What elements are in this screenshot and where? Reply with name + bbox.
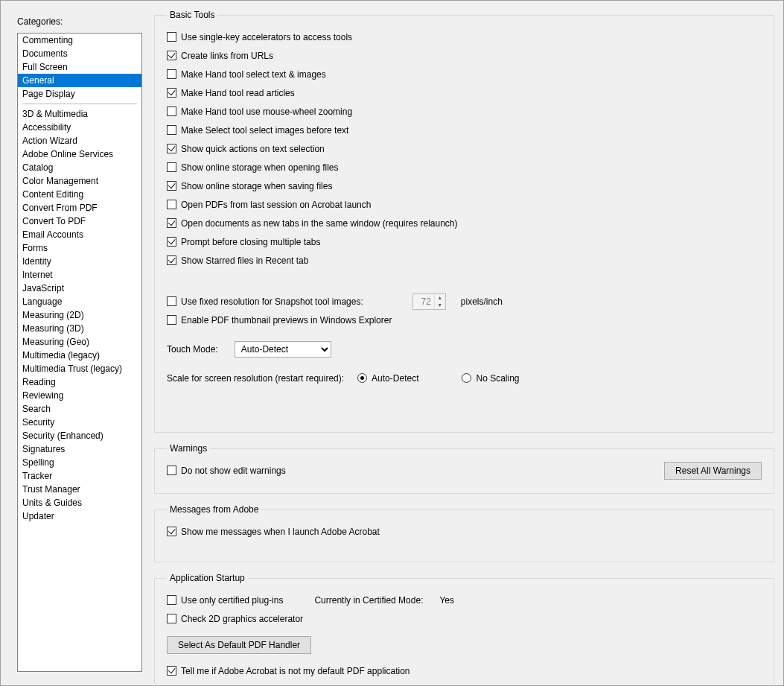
- spinner-up-icon[interactable]: ▲: [435, 294, 445, 302]
- categories-label: Categories:: [17, 16, 63, 27]
- category-item[interactable]: Multimedia Trust (legacy): [18, 362, 141, 375]
- touch-mode-combo[interactable]: Auto-DetectAlwaysNever: [235, 341, 331, 358]
- category-item[interactable]: Adobe Online Services: [18, 147, 141, 161]
- save-storage-label: Show online storage when saving files: [181, 181, 332, 191]
- last-session-checkbox[interactable]: Open PDFs from last session on Acrobat l…: [167, 200, 371, 210]
- touch-mode-label: Touch Mode:: [167, 344, 218, 355]
- certified-mode-label: Currently in Certified Mode:: [314, 595, 423, 606]
- category-item[interactable]: Updater: [18, 509, 141, 523]
- scale-auto-label: Auto-Detect: [372, 373, 418, 384]
- snapshot-resolution-checkbox[interactable]: Use fixed resolution for Snapshot tool i…: [167, 296, 363, 307]
- single-key-checkbox[interactable]: Use single-key accelerators to access to…: [167, 32, 352, 42]
- category-item[interactable]: Email Accounts: [18, 228, 141, 241]
- starred-label: Show Starred files in Recent tab: [181, 255, 308, 266]
- category-item[interactable]: Multimedia (legacy): [18, 349, 141, 362]
- right-pane: Basic Tools Use single-key accelerators …: [154, 10, 774, 676]
- starred-checkbox[interactable]: Show Starred files in Recent tab: [167, 255, 308, 266]
- hand-articles-label: Make Hand tool read articles: [181, 88, 295, 98]
- scale-none-label: No Scaling: [476, 373, 519, 384]
- category-item[interactable]: Language: [18, 295, 141, 308]
- category-item[interactable]: Full Screen: [18, 60, 141, 74]
- category-item[interactable]: Trust Manager: [18, 483, 141, 496]
- category-item[interactable]: JavaScript: [18, 282, 141, 295]
- links-urls-checkbox[interactable]: Create links from URLs: [167, 51, 273, 61]
- category-item[interactable]: Measuring (3D): [18, 322, 141, 335]
- snapshot-unit-label: pixels/inch: [461, 296, 503, 307]
- open-storage-checkbox[interactable]: Show online storage when opening files: [167, 162, 338, 173]
- open-storage-label: Show online storage when opening files: [181, 162, 338, 173]
- hand-wheel-checkbox[interactable]: Make Hand tool use mouse-wheel zooming: [167, 107, 352, 117]
- legend-warnings: Warnings: [167, 443, 210, 454]
- category-item[interactable]: 3D & Multimedia: [18, 107, 141, 121]
- categories-listbox[interactable]: CommentingDocumentsFull ScreenGeneralPag…: [17, 33, 142, 672]
- snapshot-resolution-spinner[interactable]: ▲ ▼: [412, 293, 446, 310]
- prompt-close-label: Prompt before closing multiple tabs: [181, 237, 320, 247]
- select-img-label: Make Select tool select images before te…: [181, 125, 348, 136]
- spinner-down-icon[interactable]: ▼: [435, 302, 445, 309]
- tabs-window-checkbox[interactable]: Open documents as new tabs in the same w…: [167, 218, 458, 229]
- hand-wheel-label: Make Hand tool use mouse-wheel zooming: [181, 107, 352, 117]
- legend-startup: Application Startup: [167, 573, 248, 583]
- group-messages: Messages from Adobe Show me messages whe…: [154, 504, 774, 562]
- category-item[interactable]: Measuring (2D): [18, 308, 141, 322]
- thumb-preview-checkbox[interactable]: Enable PDF thumbnail previews in Windows…: [167, 315, 392, 325]
- category-separator: [18, 101, 141, 107]
- snapshot-resolution-label: Use fixed resolution for Snapshot tool i…: [181, 296, 363, 307]
- hand-articles-checkbox[interactable]: Make Hand tool read articles: [167, 88, 295, 98]
- check-2d-accel-label: Check 2D graphics accelerator: [181, 614, 303, 624]
- category-item[interactable]: Spelling: [18, 456, 141, 469]
- hide-edit-warnings-label: Do not show edit warnings: [181, 466, 286, 476]
- category-item[interactable]: Units & Guides: [18, 496, 141, 509]
- prompt-close-checkbox[interactable]: Prompt before closing multiple tabs: [167, 237, 320, 247]
- hand-select-label: Make Hand tool select text & images: [181, 69, 326, 80]
- category-item[interactable]: Forms: [18, 241, 141, 255]
- scale-none-radio[interactable]: No Scaling: [462, 373, 519, 384]
- category-item[interactable]: Reviewing: [18, 389, 141, 402]
- category-item[interactable]: Convert From PDF: [18, 201, 141, 215]
- category-item[interactable]: Page Display: [18, 87, 141, 101]
- category-item[interactable]: Action Wizard: [18, 134, 141, 147]
- category-item[interactable]: Content Editing: [18, 188, 141, 201]
- category-item[interactable]: Internet: [18, 268, 141, 282]
- snapshot-resolution-input[interactable]: [413, 294, 434, 309]
- category-item[interactable]: Security (Enhanced): [18, 429, 141, 442]
- category-item[interactable]: Accessibility: [18, 121, 141, 134]
- legend-messages: Messages from Adobe: [167, 504, 261, 515]
- show-messages-launch-checkbox[interactable]: Show me messages when I launch Adobe Acr…: [167, 527, 380, 537]
- certified-mode-value: Yes: [439, 595, 454, 606]
- save-storage-checkbox[interactable]: Show online storage when saving files: [167, 181, 332, 191]
- category-item[interactable]: Signatures: [18, 442, 141, 456]
- category-item[interactable]: Convert To PDF: [18, 215, 141, 228]
- links-urls-label: Create links from URLs: [181, 51, 273, 61]
- quick-actions-label: Show quick actions on text selection: [181, 144, 325, 154]
- category-item[interactable]: Catalog: [18, 161, 141, 174]
- category-item[interactable]: Measuring (Geo): [18, 335, 141, 349]
- category-item[interactable]: Security: [18, 416, 141, 429]
- default-pdf-handler-button[interactable]: Select As Default PDF Handler: [167, 636, 311, 654]
- group-startup: Application Startup Use only certified p…: [154, 573, 774, 686]
- category-item[interactable]: Identity: [18, 255, 141, 268]
- quick-actions-checkbox[interactable]: Show quick actions on text selection: [167, 144, 325, 154]
- group-warnings: Warnings Do not show edit warnings Reset…: [154, 443, 774, 494]
- category-item[interactable]: Tracker: [18, 469, 141, 483]
- category-item[interactable]: Documents: [18, 47, 141, 60]
- scale-auto-radio[interactable]: Auto-Detect: [357, 373, 418, 384]
- category-item[interactable]: Search: [18, 402, 141, 416]
- hand-select-checkbox[interactable]: Make Hand tool select text & images: [167, 69, 326, 80]
- check-2d-accel-checkbox[interactable]: Check 2D graphics accelerator: [167, 614, 303, 624]
- select-img-checkbox[interactable]: Make Select tool select images before te…: [167, 125, 348, 136]
- category-item[interactable]: Color Management: [18, 174, 141, 188]
- last-session-label: Open PDFs from last session on Acrobat l…: [181, 200, 371, 210]
- hide-edit-warnings-checkbox[interactable]: Do not show edit warnings: [167, 466, 286, 476]
- certified-plugins-checkbox[interactable]: Use only certified plug-ins: [167, 595, 283, 606]
- scale-label: Scale for screen resolution (restart req…: [167, 373, 344, 384]
- reset-warnings-button[interactable]: Reset All Warnings: [664, 462, 762, 480]
- tell-default-label: Tell me if Adobe Acrobat is not my defau…: [181, 666, 410, 676]
- single-key-label: Use single-key accelerators to access to…: [181, 32, 352, 42]
- category-item[interactable]: Reading: [18, 375, 141, 389]
- tell-default-checkbox[interactable]: Tell me if Adobe Acrobat is not my defau…: [167, 666, 410, 676]
- category-item[interactable]: General: [18, 74, 141, 87]
- tabs-window-label: Open documents as new tabs in the same w…: [181, 218, 458, 229]
- preferences-window: Categories: CommentingDocumentsFull Scre…: [0, 0, 784, 686]
- category-item[interactable]: Commenting: [18, 34, 141, 47]
